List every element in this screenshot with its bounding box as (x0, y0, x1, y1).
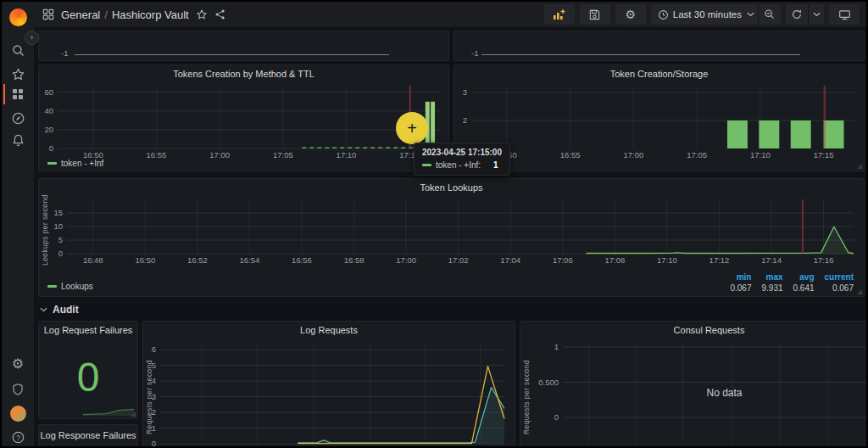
time-range-label: Last 30 minutes (673, 9, 742, 20)
panel-title[interactable]: Consul Requests (520, 322, 866, 339)
svg-text:15: 15 (53, 208, 63, 217)
panel-tokens-creation: Tokens Creation by Method & TTL 02040601… (38, 64, 449, 171)
sidebar-item-starred[interactable] (2, 63, 34, 85)
stat-header-max[interactable]: max (761, 272, 782, 282)
svg-text:0.500: 0.500 (538, 378, 559, 387)
svg-text:20: 20 (44, 125, 53, 134)
panel-title[interactable]: Log Requests (143, 322, 515, 339)
breadcrumb-folder[interactable]: General (61, 8, 100, 21)
svg-text:No data: No data (706, 387, 742, 399)
apps-grid-icon (42, 8, 54, 20)
sidebar-item-alerting[interactable] (2, 129, 34, 151)
svg-text:17:12: 17:12 (709, 255, 730, 265)
panel-token-storage: Token Creation/Storage 2316:5016:5517:00… (453, 64, 865, 171)
share-icon[interactable] (214, 8, 226, 20)
stat-value-max: 9.931 (761, 283, 782, 293)
panel-log-requests: Log Requests Requests per second 0123456 (142, 321, 515, 446)
chevron-down-icon (813, 12, 821, 17)
stat-value-current: 0.067 (825, 283, 854, 293)
panel-token-lookups: Token Lookups Lookups per second 0510151… (38, 178, 865, 297)
tokens-creation-chart[interactable]: 020406016:5016:5517:0017:0517:1017:15 (44, 82, 443, 160)
svg-text:17:10: 17:10 (337, 150, 357, 160)
sidebar-item-help[interactable]: ? (2, 426, 34, 446)
save-icon (588, 8, 601, 21)
stat-header-avg[interactable]: avg (793, 272, 815, 282)
row-header-audit[interactable]: Audit (40, 304, 79, 316)
panel-title[interactable]: Token Lookups (39, 179, 864, 196)
svg-text:?: ? (16, 433, 20, 441)
svg-text:40: 40 (44, 106, 53, 115)
dashboard-title[interactable]: Hashicorp Vault (112, 8, 189, 21)
star-icon (11, 67, 25, 81)
favorite-star-icon[interactable] (196, 8, 208, 20)
legend-stats: min max avg current 0.067 9.931 0.641 0.… (730, 272, 854, 293)
svg-text:17:14: 17:14 (761, 255, 782, 265)
panel-log-request-failures: Log Request Failures 0 (38, 321, 138, 419)
chevron-down-icon (747, 12, 754, 17)
refresh-interval-dropdown[interactable] (809, 12, 824, 17)
svg-text:16:52: 16:52 (187, 255, 208, 265)
svg-text:5: 5 (152, 361, 156, 370)
panel-title[interactable]: Log Request Failures (39, 322, 137, 339)
sidebar-item-server-admin[interactable] (2, 378, 34, 400)
refresh-button[interactable] (786, 8, 808, 20)
sidebar-item-profile[interactable] (2, 402, 34, 424)
monitor-icon (838, 8, 851, 21)
svg-text:16:55: 16:55 (560, 150, 581, 160)
y-tick-label: -1 (61, 48, 68, 58)
row-header-label: Audit (53, 304, 79, 316)
svg-text:0: 0 (554, 412, 559, 422)
svg-text:17:05: 17:05 (687, 150, 707, 160)
stat-value: 0 (39, 342, 137, 412)
flat-series-line (75, 54, 389, 55)
svg-text:0: 0 (58, 249, 63, 258)
add-panel-button[interactable] (544, 4, 575, 25)
time-range-picker[interactable]: Last 30 minutes (651, 9, 758, 20)
dashboard-toolbar: ⚙ Last 30 minutes (544, 4, 860, 25)
log-requests-chart[interactable]: 0123456 (148, 339, 509, 446)
legend-label: Lookups (61, 282, 93, 291)
flat-series-line (481, 54, 800, 55)
legend-item[interactable]: token - +Inf (47, 159, 103, 168)
svg-text:16:50: 16:50 (135, 255, 155, 265)
graph-tooltip: 2023-04-25 17:15:00 token - +Inf: 1 (414, 143, 510, 176)
stat-header-min[interactable]: min (730, 272, 751, 282)
svg-text:16:58: 16:58 (344, 255, 364, 265)
svg-text:60: 60 (44, 87, 53, 97)
legend-item[interactable]: Lookups (47, 282, 93, 291)
svg-text:16:54: 16:54 (240, 255, 260, 265)
panel-resize-handle[interactable] (857, 164, 862, 169)
svg-text:17:04: 17:04 (500, 255, 520, 265)
add-panel-icon (552, 8, 566, 22)
panel-title[interactable]: Log Response Failures (39, 425, 137, 445)
save-dashboard-button[interactable] (580, 4, 610, 25)
svg-text:6: 6 (152, 344, 156, 354)
zoom-out-time-button[interactable] (759, 8, 781, 20)
stat-header-current[interactable]: current (825, 272, 854, 282)
sidebar-item-configuration[interactable]: ⚙ (2, 353, 34, 375)
svg-text:1: 1 (554, 342, 559, 351)
panel-title[interactable]: Tokens Creation by Method & TTL (39, 65, 448, 82)
grafana-logo-icon[interactable] (2, 6, 34, 28)
svg-text:17:15: 17:15 (814, 150, 834, 160)
panel-resize-handle[interactable] (857, 289, 862, 294)
svg-text:17:10: 17:10 (750, 150, 771, 160)
kiosk-mode-button[interactable] (829, 4, 860, 25)
panel-title[interactable]: Token Creation/Storage (454, 65, 864, 82)
dashboard-settings-button[interactable]: ⚙ (615, 4, 646, 25)
consul-requests-chart[interactable]: 00.5001No data (526, 339, 866, 446)
svg-text:17:10: 17:10 (657, 255, 677, 265)
gear-icon: ⚙ (626, 8, 637, 20)
token-storage-chart[interactable]: 2316:5016:5517:0017:0517:1017:15 (459, 82, 859, 160)
sidebar-item-explore[interactable] (2, 107, 34, 129)
bell-icon (11, 133, 25, 148)
zoom-out-icon (764, 8, 776, 20)
svg-text:3: 3 (463, 87, 467, 97)
sidebar-item-dashboards[interactable] (2, 83, 34, 105)
sidebar-expand-button[interactable]: › (25, 31, 39, 45)
token-lookups-chart[interactable]: 05101516:4816:5016:5216:5416:5616:5817:0… (44, 196, 859, 266)
compass-icon (11, 111, 25, 126)
svg-text:17:02: 17:02 (448, 255, 469, 265)
panel-resize-handle[interactable] (131, 412, 136, 417)
partial-panel-left: -1 (38, 31, 449, 61)
